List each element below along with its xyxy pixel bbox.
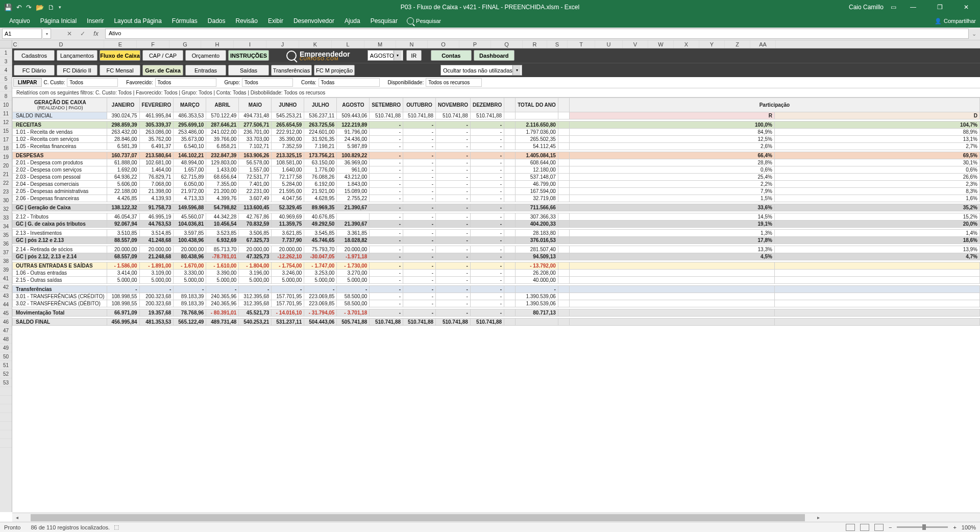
col-Q[interactable]: Q [491,40,523,48]
tab-pagina-inicial[interactable]: Página Inicial [35,15,82,27]
tab-dados[interactable]: Dados [203,15,231,27]
tab-inserir[interactable]: Inserir [82,15,109,27]
row-hdr[interactable]: 47 [0,326,12,335]
qat-more-icon[interactable]: ▾ [59,5,61,10]
row-hdr[interactable]: 18 [0,144,12,153]
btn-fluxo-caixa[interactable]: Fluxo de Caixa [100,50,140,61]
view-normal-icon[interactable] [846,524,855,531]
row-hdr[interactable]: 15 [0,127,12,135]
row-hdr[interactable]: 36 [0,239,12,248]
select-all-triangle[interactable] [0,40,12,48]
tab-desenvolvedor[interactable]: Desenvolvedor [288,15,339,27]
btn-ger-caixa[interactable]: Ger. de Caixa [142,65,183,76]
col-W[interactable]: W [648,40,674,48]
row-hdr[interactable]: 43 [0,292,12,300]
ocultar-select[interactable]: Ocultar todas não utilizadas▾ [440,65,522,76]
row-headers[interactable]: 1345681011121517181920212223303233343536… [0,49,12,512]
col-R[interactable]: R [523,40,547,48]
btn-lancamentos[interactable]: Lançamentos [57,50,97,61]
btn-dashboard[interactable]: Dashboard [474,50,514,61]
scroll-left-icon[interactable]: ◂ [12,515,21,520]
ribbon-mode-icon[interactable]: ▭ [891,4,896,11]
favorecido-select[interactable]: Todos [155,78,216,87]
btn-transferencias[interactable]: Transferências [271,65,312,76]
col-S[interactable]: S [547,40,568,48]
row-hdr[interactable] [0,413,12,422]
row-hdr[interactable]: 48 [0,335,12,344]
row-hdr[interactable]: 30 [0,196,12,205]
scroll-right-icon[interactable]: ▸ [814,515,823,520]
btn-fc-diario[interactable]: FC Diário [14,65,55,76]
row-hdr[interactable]: 35 [0,231,12,239]
row-hdr[interactable]: 50 [0,352,12,361]
undo-icon[interactable]: ↶ [16,4,22,11]
row-hdr[interactable]: 37 [0,248,12,257]
row-hdr[interactable]: 41 [0,274,12,283]
btn-instrucoes[interactable]: INSTRUÇÕES [228,50,269,61]
row-hdr[interactable]: 22 [0,179,12,187]
row-hdr[interactable]: 19 [0,153,12,161]
btn-entradas[interactable]: Entradas [185,65,226,76]
name-box[interactable]: A1 [2,29,42,39]
col-D[interactable]: D [18,40,104,48]
col-Y[interactable]: Y [699,40,725,48]
btn-limpar[interactable]: LIMPAR [13,78,42,87]
tab-arquivo[interactable]: Arquivo [4,15,35,27]
row-hdr[interactable] [0,396,12,404]
row-hdr[interactable]: 4 [0,66,12,75]
btn-orcamento[interactable]: Orçamento [185,50,226,61]
row-hdr[interactable]: 52 [0,370,12,378]
col-H[interactable]: H [201,40,234,48]
row-hdr[interactable]: 49 [0,344,12,352]
tab-pesquisar[interactable]: Pesquisar [365,15,403,27]
row-hdr[interactable] [0,430,12,439]
btn-fc-mensal[interactable]: FC Mensal [100,65,140,76]
col-T[interactable]: T [568,40,595,48]
conta-select[interactable]: Todas [318,78,380,87]
row-hdr[interactable]: 20 [0,161,12,170]
col-G[interactable]: G [169,40,201,48]
grupo-select[interactable]: Todos [242,78,293,87]
col-V[interactable]: V [623,40,648,48]
col-N[interactable]: N [396,40,428,48]
fx-icon[interactable]: fx [90,30,102,37]
col-M[interactable]: M [364,40,396,48]
minimize-button[interactable]: — [903,4,923,11]
col-O[interactable]: O [428,40,459,48]
col-K[interactable]: K [299,40,332,48]
row-hdr[interactable]: 5 [0,75,12,83]
col-C[interactable]: C [12,40,18,48]
row-hdr[interactable]: 33 [0,213,12,222]
btn-fc-projecao[interactable]: FC M projeção [314,65,355,76]
view-break-icon[interactable] [874,524,884,531]
tab-exibir[interactable]: Exibir [263,15,288,27]
row-hdr[interactable]: 8 [0,92,12,101]
formula-expand-icon[interactable]: ⌄ [970,31,978,37]
row-hdr[interactable]: 21 [0,170,12,179]
ccusto-select[interactable]: Todos [67,78,118,87]
col-AA[interactable]: AA [750,40,776,48]
zoom-slider[interactable] [897,526,948,528]
col-J[interactable]: J [266,40,299,48]
row-hdr[interactable]: 44 [0,300,12,309]
row-hdr[interactable]: 12 [0,118,12,127]
col-P[interactable]: P [459,40,491,48]
col-E[interactable]: E [104,40,137,48]
user-name[interactable]: Caio Camillo [849,4,884,11]
btn-cadastros[interactable]: Cadastros [14,50,55,61]
view-layout-icon[interactable] [860,524,869,531]
row-hdr[interactable] [0,404,12,413]
restore-button[interactable]: ❐ [930,4,949,11]
cancel-formula-icon[interactable]: ✕ [63,30,76,37]
accept-formula-icon[interactable]: ✓ [77,30,89,37]
btn-contas[interactable]: Contas [431,50,472,61]
col-L[interactable]: L [332,40,364,48]
row-hdr[interactable]: 1 [0,49,12,57]
row-hdr[interactable]: 23 [0,187,12,196]
tab-layout[interactable]: Layout da Página [109,15,166,27]
tab-formulas[interactable]: Fórmulas [167,15,203,27]
scroll-thumb[interactable] [31,514,805,521]
zoom-in-icon[interactable]: + [953,524,956,530]
share-button[interactable]: Compartilhar [944,18,976,24]
worksheet[interactable]: Cadastros Lançamentos Fluxo de Caixa CAP… [12,49,980,512]
